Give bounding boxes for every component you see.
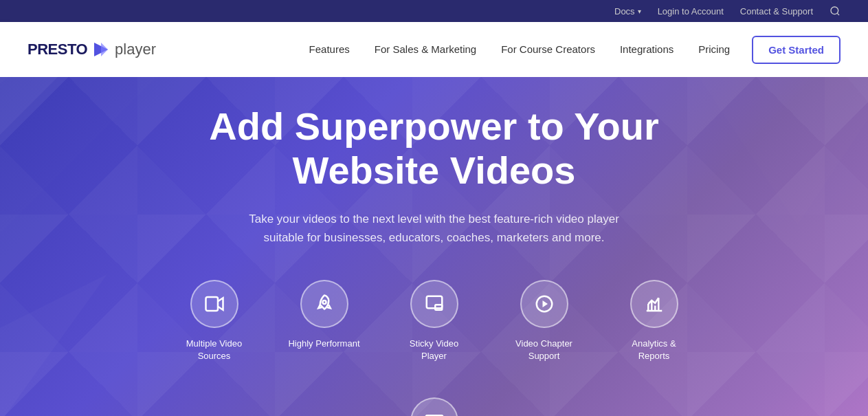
feature-icon-circle-video xyxy=(190,280,238,328)
logo[interactable]: PRESTO player xyxy=(27,40,156,59)
navbar: PRESTO player Features For Sales & Marke… xyxy=(0,22,868,77)
svg-marker-16 xyxy=(542,300,548,307)
login-link[interactable]: Login to Account xyxy=(658,6,724,17)
nav-sales[interactable]: For Sales & Marketing xyxy=(375,43,476,55)
nav-get-started-button[interactable]: Get Started xyxy=(752,36,841,64)
hero-subtitle: Take your videos to the next level with … xyxy=(235,210,634,247)
rocket-icon xyxy=(314,294,335,314)
video-icon xyxy=(204,294,225,314)
nav-integrations[interactable]: Integrations xyxy=(620,43,674,55)
logo-player-text: player xyxy=(115,41,156,58)
logo-icon xyxy=(91,40,111,59)
hero-content: Add Superpower to Your Website Videos Ta… xyxy=(125,105,744,416)
chevron-icon: ▾ xyxy=(638,8,641,15)
analytics-icon xyxy=(644,294,665,314)
nav-links: Features For Sales & Marketing For Cours… xyxy=(309,43,731,56)
svg-rect-11 xyxy=(205,297,218,311)
feature-icon-circle-rocket xyxy=(300,280,348,328)
sticky-icon xyxy=(424,294,445,314)
search-icon-link[interactable] xyxy=(830,6,841,17)
feature-label-chapters: Video Chapter Support xyxy=(507,338,582,362)
feature-label-video: Multiple Video Sources xyxy=(177,338,252,362)
feature-icon-circle-chapters xyxy=(520,280,568,328)
feature-label-analytics: Analytics & Reports xyxy=(616,338,692,362)
email-icon xyxy=(424,411,445,416)
svg-marker-8 xyxy=(847,77,868,324)
svg-marker-3 xyxy=(0,77,58,324)
feature-chapters: Video Chapter Support xyxy=(507,280,582,362)
feature-label-performant: Highly Performant xyxy=(288,338,359,350)
feature-icon-circle-analytics xyxy=(630,280,678,328)
svg-marker-4 xyxy=(0,77,8,225)
search-icon xyxy=(830,6,841,17)
feature-video-sources: Multiple Video Sources xyxy=(177,280,252,362)
hero-title: Add Superpower to Your Website Videos xyxy=(125,105,744,193)
feature-icon-circle-sticky xyxy=(410,280,458,328)
feature-performant: Highly Performant xyxy=(287,280,362,350)
top-bar: Docs ▾ Login to Account Contact & Suppor… xyxy=(0,0,868,22)
svg-point-12 xyxy=(322,300,326,304)
svg-marker-5 xyxy=(0,274,107,416)
feature-sticky: Sticky Video Player xyxy=(397,280,472,362)
docs-link[interactable]: Docs ▾ xyxy=(614,6,641,17)
nav-course[interactable]: For Course Creators xyxy=(501,43,595,55)
feature-analytics: Analytics & Reports xyxy=(616,280,692,362)
feature-optin: Email Optin Gate xyxy=(397,397,472,416)
support-link[interactable]: Contact & Support xyxy=(740,6,813,17)
features-row: Multiple Video Sources Highly Performant xyxy=(125,280,744,416)
feature-label-sticky: Sticky Video Player xyxy=(397,338,472,362)
hero-section: Add Superpower to Your Website Videos Ta… xyxy=(0,77,868,416)
nav-pricing[interactable]: Pricing xyxy=(698,43,730,55)
chapters-icon xyxy=(534,294,555,314)
logo-presto-text: PRESTO xyxy=(27,41,87,58)
feature-icon-circle-optin xyxy=(410,397,458,416)
nav-features[interactable]: Features xyxy=(309,43,350,55)
svg-marker-2 xyxy=(101,43,108,56)
svg-point-0 xyxy=(831,7,838,14)
